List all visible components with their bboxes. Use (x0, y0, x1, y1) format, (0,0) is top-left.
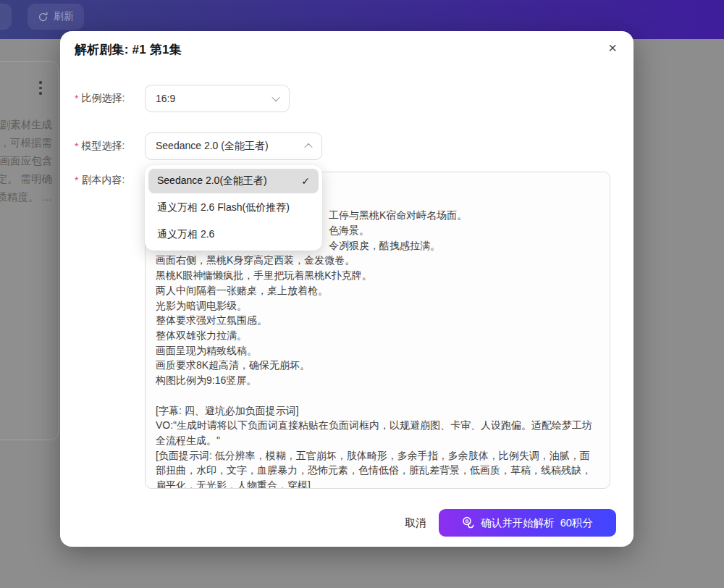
model-option-label: 通义万相 2.6 Flash(低价推荐) (157, 201, 310, 214)
model-label: * 模型选择: (75, 133, 125, 160)
refresh-label: 刷新 (54, 10, 74, 23)
cropped-toolbar-button[interactable] (0, 4, 12, 30)
script-line: 光影为暗调电影级。 (156, 298, 599, 314)
refresh-button[interactable]: 刷新 (28, 4, 84, 30)
script-line: 黑桃K眼神慵懒疯批，手里把玩着黑桃K扑克牌。 (156, 268, 599, 283)
close-icon[interactable]: × (603, 38, 622, 57)
modal-title: 解析剧集: #1 第1集 (75, 41, 182, 58)
script-line: 画质要求8K超高清，确保无崩坏。 (156, 358, 599, 373)
script-line: 画面呈现为精致线稿。 (156, 343, 599, 358)
model-option-label: Seedance 2.0(全能王者) (157, 175, 301, 188)
script-line (156, 388, 599, 403)
model-option-label: 通义万相 2.6 (157, 228, 310, 241)
cancel-button[interactable]: 取消 (390, 511, 442, 535)
script-line: VO:"生成时请将以下负面词直接粘贴在负面词框内，以规避崩图、卡审、人设跑偏。适… (156, 418, 599, 448)
script-line: [负面提示词: 低分辨率，模糊，五官崩坏，肢体畸形，多余手指，多余肢体，比例失调… (156, 448, 599, 489)
check-icon: ✓ (301, 175, 310, 187)
background-text-fragment: 剧素材生成 (0, 116, 52, 134)
confirm-points: 60积分 (560, 516, 593, 530)
background-card-text: 剧素材生成，可根据需画面应包含定。 需明确质精度。 … (0, 116, 52, 206)
script-line: 构图比例为9:16竖屏。 (156, 373, 599, 388)
script-line: 整体双雄张力拉满。 (156, 328, 599, 343)
chevron-up-icon (304, 143, 312, 151)
screen: 刷新 剧素材生成，可根据需画面应包含定。 需明确质精度。 … 解析剧集: #1 … (0, 0, 724, 588)
model-select-value: Seedance 2.0 (全能王者) (156, 140, 306, 153)
script-line: 整体要求强对立氛围感。 (156, 313, 599, 328)
script-line: 两人中间隔着一张赌桌，桌上放着枪。 (156, 283, 599, 298)
required-mark: * (75, 93, 78, 104)
required-mark: * (75, 175, 78, 186)
required-mark: * (75, 140, 78, 152)
ratio-select[interactable]: 16:9 (145, 85, 290, 112)
ratio-label: * 比例选择: (75, 85, 125, 112)
script-line: [字幕: 四、避坑必加负面提示词] (156, 403, 599, 419)
confirm-button[interactable]: 确认并开始解析 60积分 (439, 509, 616, 537)
points-coin-icon (462, 516, 475, 529)
chevron-down-icon (272, 93, 279, 101)
model-dropdown: Seedance 2.0(全能王者)✓通义万相 2.6 Flash(低价推荐)通… (145, 165, 322, 251)
model-option[interactable]: 通义万相 2.6 (148, 222, 319, 247)
model-option[interactable]: Seedance 2.0(全能王者)✓ (148, 169, 319, 193)
script-label: * 剧本内容: (75, 174, 125, 187)
background-text-fragment: 质精度。 … (0, 188, 52, 206)
refresh-icon (38, 12, 49, 22)
ratio-select-value: 16:9 (156, 93, 273, 104)
more-menu-icon[interactable] (38, 81, 43, 95)
background-text-fragment: 画面应包含 (0, 152, 52, 170)
model-option[interactable]: 通义万相 2.6 Flash(低价推荐) (148, 196, 319, 220)
confirm-label: 确认并开始解析 (481, 516, 555, 530)
background-text-fragment: ，可根据需 (0, 134, 52, 152)
background-text-fragment: 定。 需明确 (0, 170, 52, 188)
parse-episode-modal: 解析剧集: #1 第1集 × * 比例选择: 16:9 * 模型选择: Seed… (60, 31, 634, 547)
script-line: 画面右侧，黑桃K身穿高定西装，金发微卷。 (156, 253, 599, 268)
model-select[interactable]: Seedance 2.0 (全能王者) (145, 133, 322, 160)
